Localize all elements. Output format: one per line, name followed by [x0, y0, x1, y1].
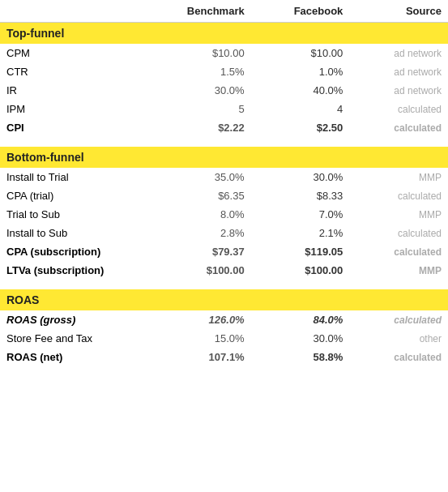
facebook-value: $10.00 [251, 44, 350, 62]
section-header-row: ROAS [0, 289, 448, 310]
table-row: IR30.0%40.0%ad network [0, 81, 448, 100]
col-header-benchmark: Benchmark [152, 0, 251, 23]
source-cell: other [349, 329, 448, 348]
source-cell: calculated [349, 310, 448, 329]
row-label: IPM [0, 100, 152, 118]
facebook-value: 30.0% [251, 168, 350, 186]
facebook-value: 30.0% [251, 329, 350, 348]
benchmark-value: $100.00 [152, 261, 251, 280]
facebook-value: 2.1% [251, 224, 350, 242]
facebook-value: $119.05 [251, 242, 350, 261]
row-label: ROAS (net) [0, 348, 152, 366]
col-header-facebook: Facebook [251, 0, 350, 23]
benchmark-value: 35.0% [152, 168, 251, 186]
benchmark-value: 2.8% [152, 224, 251, 242]
col-header-source: Source [349, 0, 448, 23]
benchmark-value: 15.0% [152, 329, 251, 348]
facebook-value: 1.0% [251, 62, 350, 81]
benchmark-value: 107.1% [152, 348, 251, 366]
source-cell: calculated [349, 348, 448, 366]
table-row: Install to Sub2.8%2.1%calculated [0, 224, 448, 242]
facebook-value: 58.8% [251, 348, 350, 366]
row-label: ROAS (gross) [0, 310, 152, 329]
table-row: Store Fee and Tax15.0%30.0%other [0, 329, 448, 348]
source-cell: ad network [349, 81, 448, 100]
facebook-value: 84.0% [251, 310, 350, 329]
table-row: Trial to Sub8.0%7.0%MMP [0, 205, 448, 224]
source-cell: MMP [349, 168, 448, 186]
source-cell: ad network [349, 44, 448, 62]
source-cell: MMP [349, 205, 448, 224]
table-row: CPA (trial)$6.35$8.33calculated [0, 186, 448, 205]
row-label: IR [0, 81, 152, 100]
table-row: IPM54calculated [0, 100, 448, 118]
facebook-value: 4 [251, 100, 350, 118]
facebook-value: $100.00 [251, 261, 350, 280]
benchmark-value: 126.0% [152, 310, 251, 329]
table-row: CTR1.5%1.0%ad network [0, 62, 448, 81]
row-label: Trial to Sub [0, 205, 152, 224]
source-cell: ad network [349, 62, 448, 81]
section-header-row: Bottom-funnel [0, 147, 448, 168]
column-header-row: Benchmark Facebook Source [0, 0, 448, 23]
source-cell: calculated [349, 242, 448, 261]
source-cell: calculated [349, 224, 448, 242]
table-row: CPM$10.00$10.00ad network [0, 44, 448, 62]
source-cell: calculated [349, 118, 448, 137]
source-cell: calculated [349, 100, 448, 118]
benchmark-value: $2.22 [152, 118, 251, 137]
table-row: ROAS (net)107.1%58.8%calculated [0, 348, 448, 366]
section-gap [0, 280, 448, 289]
section-header-label: ROAS [0, 289, 448, 310]
benchmark-value: $10.00 [152, 44, 251, 62]
benchmark-value: 8.0% [152, 205, 251, 224]
row-label: LTVa (subscription) [0, 261, 152, 280]
section-header-label: Bottom-funnel [0, 147, 448, 168]
row-label: CTR [0, 62, 152, 81]
benchmark-value: 5 [152, 100, 251, 118]
table-row: CPI$2.22$2.50calculated [0, 118, 448, 137]
benchmark-value: $6.35 [152, 186, 251, 205]
benchmark-value: $79.37 [152, 242, 251, 261]
benchmark-value: 30.0% [152, 81, 251, 100]
facebook-value: 40.0% [251, 81, 350, 100]
row-label: CPA (trial) [0, 186, 152, 205]
row-label: CPI [0, 118, 152, 137]
row-label: Install to Sub [0, 224, 152, 242]
facebook-value: $8.33 [251, 186, 350, 205]
source-cell: MMP [349, 261, 448, 280]
benchmark-value: 1.5% [152, 62, 251, 81]
table-row: Install to Trial35.0%30.0%MMP [0, 168, 448, 186]
row-label: Store Fee and Tax [0, 329, 152, 348]
col-header-label [0, 0, 152, 23]
row-label: CPM [0, 44, 152, 62]
section-header-row: Top-funnel [0, 23, 448, 45]
facebook-value: 7.0% [251, 205, 350, 224]
section-header-label: Top-funnel [0, 23, 448, 45]
row-label: Install to Trial [0, 168, 152, 186]
source-cell: calculated [349, 186, 448, 205]
table-row: CPA (subscription)$79.37$119.05calculate… [0, 242, 448, 261]
section-gap [0, 137, 448, 147]
row-label: CPA (subscription) [0, 242, 152, 261]
table-row: LTVa (subscription)$100.00$100.00MMP [0, 261, 448, 280]
facebook-value: $2.50 [251, 118, 350, 137]
table-row: ROAS (gross)126.0%84.0%calculated [0, 310, 448, 329]
